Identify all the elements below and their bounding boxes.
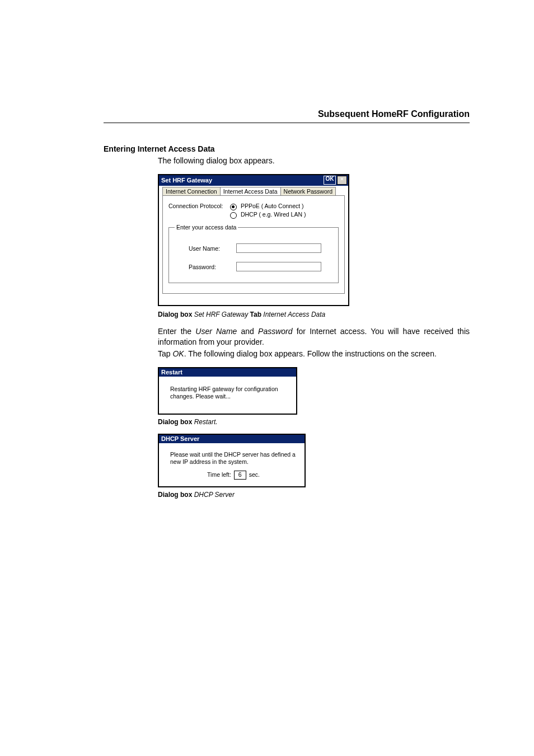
dhcp-title: DHCP Server — [161, 435, 199, 442]
connection-protocol-label: Connection Protocol: — [168, 203, 230, 210]
dhcp-body-text: Please wait until the DHCP server has de… — [170, 451, 297, 466]
ok-button[interactable]: OK — [324, 176, 336, 185]
restart-dialog: Restart Restarting HRF gateway for confi… — [158, 367, 297, 415]
restart-titlebar: Restart — [159, 368, 296, 377]
tab-strip: Internet Connection Internet Access Data… — [162, 187, 345, 195]
tab-content: Connection Protocol: PPPoE ( Auto Connec… — [162, 195, 345, 294]
dhcp-titlebar: DHCP Server — [159, 435, 305, 443]
tab-network-password[interactable]: Network Password — [280, 187, 336, 195]
tab-internet-access-data[interactable]: Internet Access Data — [220, 187, 281, 195]
page-header: Subsequent HomeRF Configuration — [104, 109, 470, 123]
radio-pppoe-label: PPPoE ( Auto Connect ) — [241, 203, 304, 209]
tab-internet-connection[interactable]: Internet Connection — [162, 187, 221, 195]
intro-text: The following dialog box appears. — [158, 156, 470, 166]
radio-pppoe[interactable] — [230, 204, 237, 210]
dhcp-server-dialog: DHCP Server Please wait until the DHCP s… — [158, 434, 306, 487]
para2: Enter the User Name and Password for Int… — [158, 326, 470, 359]
time-left-label: Time left: — [207, 471, 231, 478]
time-left-value: 6 — [234, 471, 246, 480]
caption-dialog1: Dialog box Set HRF Gateway Tab Internet … — [158, 311, 470, 318]
close-button[interactable]: × — [337, 176, 347, 185]
section-heading: Entering Internet Access Data — [104, 144, 470, 153]
set-hrf-gateway-dialog: Set HRF Gateway OK × Internet Connection… — [158, 174, 349, 306]
dialog-title: Set HRF Gateway — [161, 177, 212, 184]
username-label: User Name: — [189, 245, 236, 252]
dialog-titlebar: Set HRF Gateway OK × — [159, 175, 348, 186]
password-label: Password: — [189, 264, 236, 270]
caption-dialog3: Dialog box DHCP Server — [158, 491, 470, 499]
caption-dialog2: Dialog box Restart. — [158, 418, 470, 426]
radio-dhcp[interactable] — [230, 212, 237, 219]
fieldset-legend: Enter your access data — [175, 224, 238, 231]
username-input[interactable] — [236, 243, 321, 253]
restart-title: Restart — [161, 369, 182, 375]
restart-body: Restarting HRF gateway for configuration… — [159, 377, 296, 414]
password-input[interactable] — [236, 262, 321, 271]
time-left-row: Time left: 6 sec. — [170, 471, 297, 480]
radio-dhcp-label: DHCP ( e.g. Wired LAN ) — [241, 211, 306, 218]
access-data-fieldset: Enter your access data User Name: Passwo… — [168, 227, 339, 283]
time-left-unit: sec. — [249, 471, 260, 478]
